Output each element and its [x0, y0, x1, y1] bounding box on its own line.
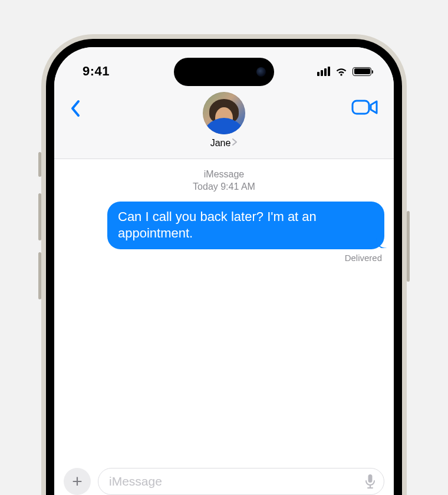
- contact-name-label: Jane: [210, 138, 231, 148]
- dictation-button[interactable]: [365, 474, 375, 489]
- facetime-button[interactable]: [349, 94, 381, 120]
- avatar: [203, 92, 245, 134]
- battery-icon: [353, 67, 371, 76]
- wifi-icon: [335, 67, 348, 76]
- cellular-signal-icon: [317, 67, 330, 76]
- thread-timestamp: iMessage Today 9:41 AM: [64, 169, 384, 193]
- plus-icon: +: [72, 471, 83, 491]
- video-camera-icon: [351, 98, 378, 116]
- front-camera-icon: [256, 67, 266, 77]
- message-input-placeholder: iMessage: [109, 474, 162, 489]
- chevron-right-icon: [232, 138, 238, 148]
- delivery-status: Delivered: [64, 253, 382, 263]
- chevron-left-icon: [70, 100, 81, 117]
- message-input[interactable]: iMessage: [98, 468, 384, 495]
- contact-name-row: Jane: [210, 138, 238, 148]
- side-button-volume-down: [38, 252, 41, 299]
- message-row-sent: Can I call you back later? I'm at an app…: [64, 202, 384, 249]
- conversation-header: Jane: [54, 88, 394, 159]
- phone-bezel: 9:41: [46, 39, 402, 495]
- svg-rect-0: [353, 101, 369, 114]
- screen: 9:41: [54, 47, 394, 495]
- side-button-power: [407, 211, 410, 282]
- status-time: 9:41: [83, 64, 110, 79]
- back-button[interactable]: [64, 97, 87, 120]
- composer-bar: + iMessage: [54, 462, 394, 495]
- thread-service-label: iMessage: [204, 169, 244, 179]
- svg-rect-1: [368, 474, 373, 483]
- message-bubble[interactable]: Can I call you back later? I'm at an app…: [107, 202, 384, 249]
- message-text: Can I call you back later? I'm at an app…: [118, 209, 317, 241]
- bubble-tail-icon: [376, 237, 387, 248]
- thread-time-label: Today 9:41 AM: [64, 181, 384, 193]
- add-attachment-button[interactable]: +: [64, 468, 91, 495]
- side-button-silence: [38, 152, 41, 177]
- dynamic-island: [174, 58, 274, 86]
- side-button-volume-up: [38, 193, 41, 240]
- message-thread[interactable]: iMessage Today 9:41 AM Can I call you ba…: [54, 159, 394, 495]
- status-icons: [317, 67, 371, 76]
- microphone-icon: [365, 474, 375, 489]
- phone-frame: 9:41: [41, 34, 407, 495]
- contact-button[interactable]: Jane: [54, 92, 394, 148]
